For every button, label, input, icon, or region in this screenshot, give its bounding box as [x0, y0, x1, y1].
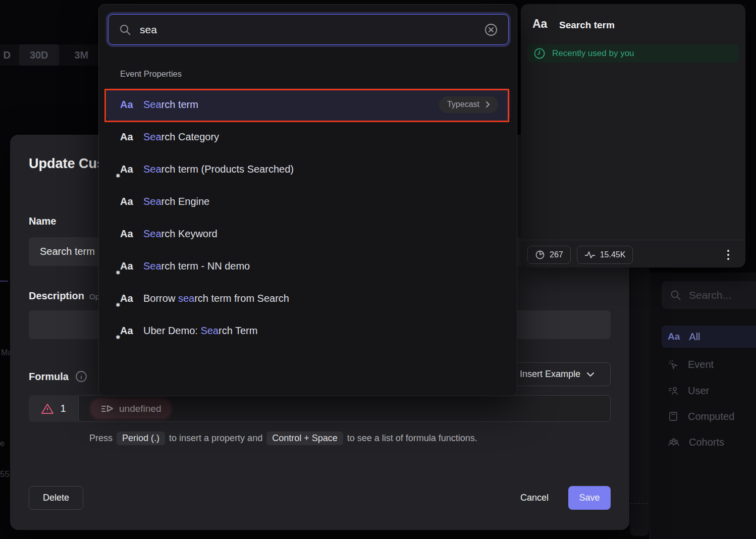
- result-uber-demo-search-term[interactable]: Aa✱ Uber Demo: Search Term: [106, 314, 510, 347]
- aa-type-icon: Aa: [120, 131, 143, 143]
- name-label: Name: [29, 215, 56, 227]
- result-search-term-nn-demo[interactable]: Aa✱ Search term - NN demo: [106, 250, 510, 282]
- search-icon: [119, 23, 132, 36]
- result-label: Search term (Products Searched): [143, 164, 294, 175]
- kbd-period: Period (.): [117, 432, 165, 445]
- distinct-count-pill[interactable]: 267: [527, 246, 571, 264]
- sidebar-filter-cohorts[interactable]: Cohorts: [662, 431, 756, 453]
- sidebar-filter-user[interactable]: User: [662, 380, 756, 402]
- sidebar-filter-event[interactable]: Event: [662, 353, 756, 375]
- aa-custom-type-icon: Aa✱: [120, 164, 143, 175]
- result-label: Search Keyword: [143, 228, 218, 240]
- error-count: 1: [60, 403, 66, 414]
- function-icon: [101, 404, 114, 414]
- delete-button[interactable]: Delete: [29, 486, 83, 510]
- sidebar-filter-label: Event: [688, 359, 714, 370]
- sidebar-search[interactable]: [662, 281, 756, 309]
- sidebar-filter-label: Computed: [688, 411, 734, 422]
- time-range-segments: D 30D 3M: [0, 44, 99, 66]
- formula-label: Formula: [29, 371, 69, 383]
- result-search-keyword[interactable]: Aa Search Keyword: [106, 218, 510, 250]
- pulse-icon: [584, 251, 596, 259]
- aa-custom-type-icon: Aa✱: [120, 325, 143, 337]
- typecast-badge[interactable]: Typecast: [439, 96, 498, 113]
- property-search-dropdown: Event Properties Aa Search term Typecast…: [98, 4, 517, 396]
- aa-type-icon: Aa: [120, 228, 143, 240]
- sidebar-filter-all[interactable]: Aa All: [662, 326, 756, 348]
- aa-custom-type-icon: Aa✱: [120, 293, 143, 304]
- volume-pill[interactable]: 15.45K: [577, 246, 633, 264]
- chart-axis-label: e: [0, 439, 5, 448]
- property-stats: 267 15.45K: [527, 246, 633, 264]
- formula-token-undefined[interactable]: undefined: [91, 399, 171, 418]
- aa-type-icon: Aa: [120, 99, 143, 111]
- sidebar-filter-label: Cohorts: [689, 437, 724, 448]
- property-search-box[interactable]: [108, 14, 509, 45]
- info-icon[interactable]: [75, 370, 88, 383]
- result-borrow-search-term[interactable]: Aa✱ Borrow search term from Search: [106, 282, 510, 314]
- property-search-input[interactable]: [140, 24, 484, 36]
- sidebar-search-input[interactable]: [689, 289, 756, 301]
- time-range-3m[interactable]: 3M: [64, 44, 99, 66]
- app-screen: D 30D 3M May e 55 Aa All Event: [0, 0, 756, 539]
- property-filter-sidebar: Aa All Event User: [650, 273, 756, 539]
- time-range-30d[interactable]: 30D: [19, 44, 59, 66]
- aa-type-icon: Aa: [532, 17, 547, 31]
- cancel-button[interactable]: Cancel: [515, 486, 554, 510]
- custom-asterisk-icon: ✱: [116, 270, 120, 276]
- clock-icon: [533, 47, 546, 60]
- property-results-list: Aa Search term Typecast Aa Search Catego…: [106, 88, 510, 347]
- more-options-icon[interactable]: [722, 248, 735, 261]
- formula-input[interactable]: undefined: [78, 395, 611, 422]
- section-header: Event Properties: [120, 69, 182, 79]
- property-detail-title: Search term: [559, 20, 615, 31]
- sidebar-filter-label: User: [688, 385, 709, 397]
- kbd-control-space: Control + Space: [266, 432, 343, 445]
- divider: [521, 240, 745, 240]
- formula-label-row: Formula: [29, 370, 88, 383]
- aa-type-icon: Aa: [120, 196, 143, 207]
- user-icon: [668, 385, 679, 396]
- result-label: Uber Demo: Search Term: [143, 325, 257, 337]
- result-label: Search Engine: [143, 196, 209, 207]
- aa-custom-type-icon: Aa✱: [120, 260, 143, 272]
- clear-search-icon[interactable]: [484, 23, 498, 37]
- chart-line-fragment: [0, 281, 8, 282]
- sidebar-filter-label: All: [689, 331, 700, 343]
- time-range-partial[interactable]: D: [0, 49, 14, 61]
- result-label: Search term - NN demo: [143, 260, 250, 272]
- cohorts-icon: [668, 437, 680, 448]
- calculator-icon: [668, 411, 679, 422]
- pie-chart-icon: [535, 250, 545, 260]
- custom-asterisk-icon: ✱: [116, 334, 120, 341]
- chart-gridline-fragment: [630, 503, 648, 504]
- chevron-right-icon: [485, 101, 490, 108]
- custom-asterisk-icon: ✱: [116, 302, 120, 308]
- warning-icon: [41, 403, 54, 415]
- search-icon: [670, 289, 682, 301]
- result-search-term[interactable]: Aa Search term Typecast: [106, 88, 510, 121]
- sidebar-filter-computed[interactable]: Computed: [662, 405, 756, 427]
- result-label: Borrow search term from Search: [143, 293, 289, 304]
- chevron-down-icon: [586, 372, 595, 377]
- formula-editor-row: 1 undefined: [29, 395, 611, 422]
- chart-axis-label: 55: [0, 469, 10, 479]
- result-search-term-products[interactable]: Aa✱ Search term (Products Searched): [106, 153, 510, 185]
- recently-used-badge: Recently used by you: [527, 44, 739, 63]
- event-cursor-icon: [668, 359, 679, 370]
- custom-asterisk-icon: ✱: [116, 173, 120, 179]
- insert-example-button[interactable]: Insert Example: [504, 362, 611, 386]
- property-detail-card: Aa Search term Recently used by you 267: [521, 4, 745, 267]
- formula-error-badge: 1: [29, 395, 78, 422]
- result-search-engine[interactable]: Aa Search Engine: [106, 185, 510, 218]
- result-label: Search term: [143, 99, 198, 111]
- background-panel-strip: [630, 267, 649, 536]
- aa-type-icon: Aa: [668, 331, 680, 342]
- save-button[interactable]: Save: [568, 486, 611, 510]
- result-label: Search Category: [143, 131, 219, 143]
- formula-hint: Press Period (.) to insert a property an…: [89, 432, 477, 445]
- result-search-category[interactable]: Aa Search Category: [106, 121, 510, 153]
